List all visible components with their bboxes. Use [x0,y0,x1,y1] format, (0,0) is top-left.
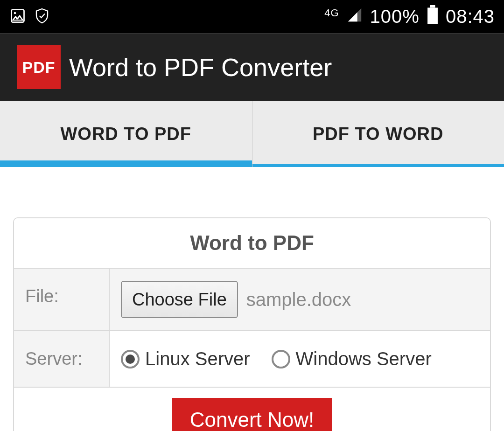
tab-word-to-pdf[interactable]: WORD TO PDF [0,101,252,167]
status-bar: 4G 100% 08:43 [0,0,504,34]
signal-icon [347,6,363,27]
convert-button[interactable]: Convert Now! [172,398,332,431]
convert-row: Convert Now! [14,388,490,431]
choose-file-button[interactable]: Choose File [121,281,238,318]
radio-icon [121,350,140,368]
selected-filename: sample.docx [246,289,351,310]
card-title: Word to PDF [14,218,490,269]
svg-point-1 [14,12,16,14]
image-icon [9,7,26,26]
file-cell: Choose File sample.docx [110,269,490,330]
server-cell: Linux Server Windows Server [110,331,490,387]
shield-icon [34,7,50,26]
app-title: Word to PDF Converter [69,53,332,82]
app-logo-text: PDF [22,58,56,76]
network-type-label: 4G [324,7,339,19]
app-logo-icon: PDF [17,45,61,89]
app-bar: PDF Word to PDF Converter [0,34,504,101]
radio-linux-server[interactable]: Linux Server [121,348,250,369]
tab-indicator [252,164,504,167]
file-label: File: [14,269,110,330]
server-label: Server: [14,331,110,387]
radio-icon [272,350,290,368]
status-right: 4G 100% 08:43 [324,5,495,28]
file-row: File: Choose File sample.docx [14,269,490,331]
content-area: Word to PDF File: Choose File sample.doc… [0,167,504,431]
radio-label: Linux Server [145,348,250,369]
tab-indicator [0,160,252,167]
svg-rect-2 [427,7,438,24]
status-left [9,7,50,26]
tab-label: PDF TO WORD [313,124,444,144]
tab-label: WORD TO PDF [60,124,191,144]
tab-pdf-to-word[interactable]: PDF TO WORD [252,101,504,167]
battery-percent: 100% [370,6,420,27]
svg-rect-3 [430,5,435,7]
radio-label: Windows Server [296,348,432,369]
server-row: Server: Linux Server Windows Server [14,331,490,388]
converter-card: Word to PDF File: Choose File sample.doc… [13,217,491,431]
clock: 08:43 [446,6,495,27]
radio-windows-server[interactable]: Windows Server [272,348,432,369]
tabs: WORD TO PDF PDF TO WORD [0,101,504,167]
battery-icon [427,5,438,28]
